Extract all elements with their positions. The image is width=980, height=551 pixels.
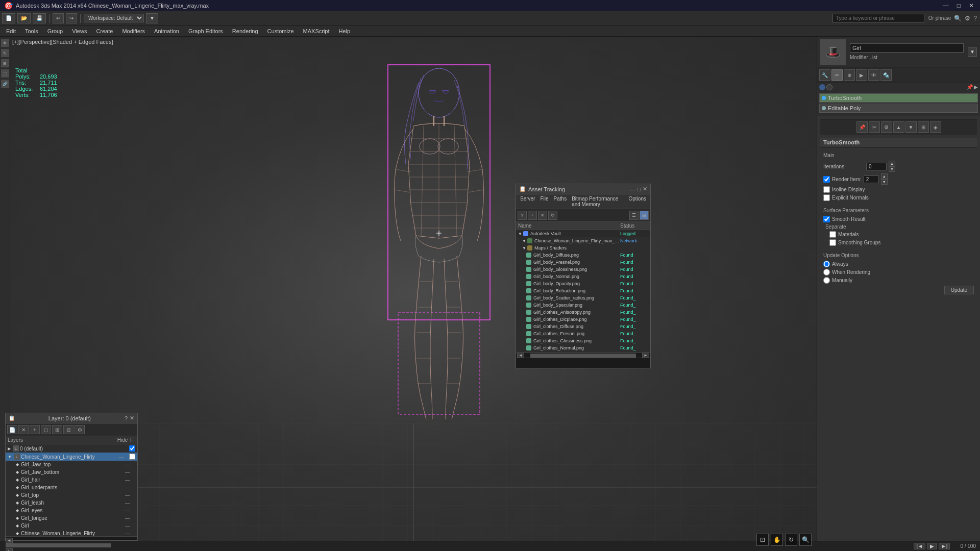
delete-layer-button[interactable]: ✕ [18,425,29,434]
link-tool-icon[interactable]: 🔗 [1,80,9,88]
rotate-tool-icon[interactable]: ↻ [1,49,9,57]
at-item-normal[interactable]: Girl_body_Normal.png Found [516,273,650,280]
menu-animation[interactable]: Animation [150,27,183,35]
isoline-checkbox[interactable] [823,186,830,193]
layer-scrollbar[interactable]: ◄ ► [6,536,137,540]
render-iters-checkbox[interactable] [823,176,830,183]
at-item-fresnel[interactable]: Girl_body_Fresnel.png Found [516,259,650,266]
layer-item-underpants[interactable]: ◆ Girl_underpants — [6,484,137,491]
at-item-clothes-diffuse[interactable]: Girl_clothes_Diffuse.png Found_ [516,323,650,330]
asset-tracking-scrollbar[interactable]: ◄ ► [516,353,650,358]
move-tool-icon[interactable]: ✥ [1,39,9,47]
update-button[interactable]: Update [944,286,974,294]
at-view-list-button[interactable]: ☰ [629,211,639,220]
layer-item-tongue[interactable]: ◆ Girl_tongue — [6,514,137,522]
menu-maxscript[interactable]: MAXScript [299,27,334,35]
open-button[interactable]: 📂 [17,13,31,23]
pan-button[interactable]: ✋ [771,534,783,546]
hierarchy-tab-icon[interactable]: ⊕ [844,69,855,81]
at-item-anisotropy[interactable]: Girl_clothes_Anisotropy.png Found_ [516,309,650,316]
at-item-dicplace[interactable]: Girl_clothes_Dicplace.png Found_ [516,316,650,323]
materials-checkbox[interactable] [829,231,836,238]
at-menu-bitmap[interactable]: Bitmap Performance and Memory [570,195,625,208]
layer-item-leash[interactable]: ◆ Girl_leash — [6,499,137,507]
at-item-maps[interactable]: ▼ Maps / Shaders [516,244,650,252]
at-item-diffuse[interactable]: Girl_body_Diffuse.png Found [516,252,650,259]
asset-tracking-close[interactable]: ✕ [643,186,647,192]
menu-customize[interactable]: Customize [263,27,298,35]
explicit-normals-checkbox[interactable] [823,194,830,201]
at-menu-options[interactable]: Options [627,195,648,208]
search-button[interactable]: 🔍 [953,15,963,22]
smooth-result-checkbox[interactable] [823,216,830,222]
layer-item-girl[interactable]: ◆ Girl — [6,522,137,530]
modifier-item-editable-poly[interactable]: Editable Poly [819,104,978,113]
new-layer-button[interactable]: 📄 [7,425,17,434]
configure-icon[interactable]: ⚙ [881,121,892,133]
search-help-button[interactable]: ? [972,15,978,22]
at-menu-server[interactable]: Server [518,195,537,208]
scroll-left-button[interactable]: ◄ [6,538,13,543]
manually-radio[interactable] [823,277,830,284]
always-radio[interactable] [823,261,830,267]
save-button[interactable]: 💾 [33,13,46,23]
layer-item-hair[interactable]: ◆ Girl_hair — [6,476,137,484]
orbit-button[interactable]: ↻ [785,534,797,546]
new-button[interactable]: 📄 [2,13,15,23]
asset-tracking-minimize[interactable]: — [629,186,635,192]
at-item-glossiness[interactable]: Girl_body_Glossiness.png Found [516,266,650,273]
layer-item-chinese[interactable]: ▼ L Chinese_Woman_Lingerie_Flirty — [6,453,137,461]
next-frame-button[interactable]: ►| [939,543,950,549]
collapse-all-button[interactable]: ⊟ [63,425,74,434]
search-input[interactable] [832,14,924,22]
layer-visible-check[interactable] [129,445,135,452]
menu-create[interactable]: Create [92,27,117,35]
iterations-input[interactable] [866,163,887,170]
at-view-detail-button[interactable]: ⊞ [640,211,649,220]
layer-panel-help[interactable]: ? [125,415,128,421]
at-item-maxfile[interactable]: ▼ Chinese_Woman_Lingerie_Flirty_max_vray… [516,237,650,244]
motion-tab-icon[interactable]: ▶ [856,69,867,81]
menu-tools[interactable]: Tools [21,27,42,35]
layer-item[interactable]: ▶ L 0 (default) [6,444,137,453]
menu-edit[interactable]: Edit [2,27,20,35]
pin-stack-icon[interactable]: 📌 [856,121,868,133]
at-help-button[interactable]: ? [518,211,527,220]
iterations-up[interactable]: ▲ [889,161,895,166]
at-item-clothes-normal[interactable]: Girl_clothes_Normal.png Found_ [516,344,650,352]
remove-modifier-icon[interactable]: ✂ [869,121,880,133]
undo-button[interactable]: ↩ [53,13,64,23]
move-up-icon[interactable]: ▲ [893,121,904,133]
when-rendering-radio[interactable] [823,269,830,276]
color-dot-2[interactable] [826,84,832,90]
render-iters-down[interactable]: ▼ [881,179,888,185]
at-refresh-button[interactable]: ↻ [548,211,557,220]
close-button[interactable]: ✕ [967,2,976,9]
layer-item-chinese2[interactable]: ◆ Chinese_Woman_Lingerie_Flirty — [6,530,137,536]
at-menu-file[interactable]: File [538,195,550,208]
menu-group[interactable]: Group [43,27,67,35]
play-button[interactable]: ▶ [927,543,937,549]
at-scroll-right[interactable]: ► [642,353,649,358]
menu-rendering[interactable]: Rendering [228,27,262,35]
zoom-button[interactable]: 🔍 [799,534,812,546]
redo-button[interactable]: ↪ [66,13,77,23]
workspace-dropdown[interactable]: ▼ [146,13,158,23]
menu-graph-editors[interactable]: Graph Editors [184,27,227,35]
maximize-button[interactable]: □ [955,2,963,9]
select-layer-objects-button[interactable]: ◻ [41,425,51,434]
layer-visible-check2[interactable] [129,454,135,460]
menu-modifiers[interactable]: Modifiers [118,27,149,35]
nav-right-icon[interactable]: ▶ [974,84,978,90]
menu-views[interactable]: Views [68,27,91,35]
layer-options-button[interactable]: ⚙ [75,425,85,434]
at-item-specular[interactable]: Girl_body_Specular.png Found_ [516,302,650,309]
at-item-opacity[interactable]: Girl_body_Opacity.png Found [516,280,650,287]
display-tab-icon[interactable]: 👁 [868,69,879,81]
modifier-item-turbosmooth[interactable]: TurboSmooth [819,93,978,103]
make-unique-icon[interactable]: ◈ [930,121,941,133]
layer-item-eyes[interactable]: ◆ Girl_eyes — [6,507,137,514]
at-search-input[interactable] [516,358,650,368]
at-item-scatter[interactable]: Girl_body_Scatter_radius.png Found_ [516,294,650,302]
color-dot-1[interactable] [819,84,825,90]
